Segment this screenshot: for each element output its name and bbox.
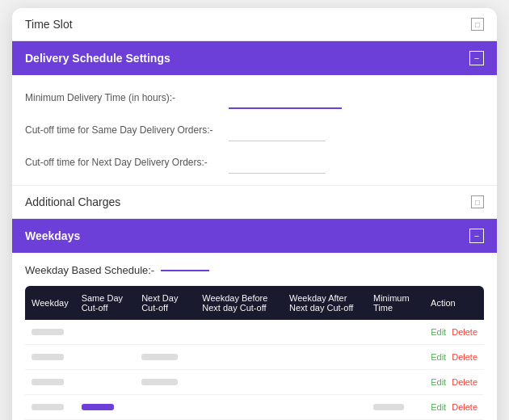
cell-same-day	[75, 395, 135, 420]
edit-button[interactable]: Edit	[431, 377, 446, 387]
table-row: Edit Delete	[25, 395, 484, 420]
delivery-schedule-body: Minimum Delivery Time (in hours):- Cut-o…	[12, 75, 497, 186]
min-delivery-label: Minimum Delivery Time (in hours):-	[25, 92, 219, 103]
delete-button[interactable]: Delete	[452, 402, 477, 412]
cell-weekday	[25, 370, 75, 395]
cell-next-day	[135, 370, 196, 395]
edit-button[interactable]: Edit	[431, 402, 446, 412]
same-day-cutoff-input[interactable]	[229, 119, 326, 141]
weekday-schedule-label-row: Weekday Based Schedule:-	[25, 264, 484, 276]
col-before-next-day: Weekday Before Next day Cut-off	[196, 286, 283, 320]
cell-before-next-day	[196, 320, 283, 345]
additional-charges-label: Additional Charges	[25, 195, 120, 208]
col-action: Action	[424, 286, 484, 320]
time-slot-expand-icon[interactable]: □	[471, 18, 484, 31]
cell-weekday	[25, 395, 75, 420]
table-row: Edit Delete	[25, 370, 484, 395]
col-min-time: Minimum Time	[367, 286, 424, 320]
same-day-cutoff-row: Cut-off time for Same Day Delivery Order…	[25, 119, 484, 141]
delivery-schedule-header[interactable]: Delivery Schedule Settings −	[12, 41, 497, 75]
same-day-cutoff-label: Cut-off time for Same Day Delivery Order…	[25, 124, 219, 136]
cell-next-day	[135, 345, 196, 370]
main-card: Time Slot □ Delivery Schedule Settings −…	[12, 8, 497, 420]
delivery-schedule-toggle-icon[interactable]: −	[469, 51, 484, 65]
additional-charges-expand-icon[interactable]: □	[471, 195, 484, 208]
table-header-row: Weekday Same Day Cut-off Next Day Cut-of…	[25, 286, 484, 320]
cell-next-day	[135, 395, 196, 420]
delete-button[interactable]: Delete	[452, 327, 477, 337]
col-same-day: Same Day Cut-off	[75, 286, 135, 320]
weekday-schedule-underline	[161, 270, 209, 271]
cell-next-day	[135, 320, 196, 345]
delivery-schedule-title: Delivery Schedule Settings	[25, 52, 170, 65]
weekdays-header[interactable]: Weekdays −	[12, 219, 497, 253]
cell-after-next-day	[283, 395, 367, 420]
col-weekday: Weekday	[25, 286, 75, 320]
edit-button[interactable]: Edit	[431, 352, 446, 362]
cell-before-next-day	[196, 370, 283, 395]
cell-action: Edit Delete	[424, 395, 484, 420]
next-day-cutoff-label: Cut-off time for Next Day Delivery Order…	[25, 157, 219, 168]
weekdays-toggle-icon[interactable]: −	[469, 229, 484, 243]
cell-action: Edit Delete	[424, 370, 484, 395]
cell-same-day	[75, 320, 135, 345]
weekdays-title: Weekdays	[25, 229, 80, 242]
cell-same-day	[75, 345, 135, 370]
next-day-cutoff-row: Cut-off time for Next Day Delivery Order…	[25, 151, 484, 174]
table-row: Edit Delete	[25, 345, 484, 370]
col-after-next-day: Weekday After Next day Cut-off	[283, 286, 367, 320]
min-delivery-row: Minimum Delivery Time (in hours):-	[25, 86, 484, 109]
weekdays-body: Weekday Based Schedule:- Weekday Same Da…	[12, 253, 497, 420]
cell-after-next-day	[283, 345, 367, 370]
cell-weekday	[25, 320, 75, 345]
cell-action: Edit Delete	[424, 320, 484, 345]
time-slot-label: Time Slot	[25, 18, 73, 31]
cell-min-time	[367, 345, 424, 370]
table-row: Edit Delete	[25, 320, 484, 345]
cell-min-time	[367, 320, 424, 345]
cell-same-day	[75, 370, 135, 395]
next-day-cutoff-input[interactable]	[229, 151, 326, 174]
cell-before-next-day	[196, 345, 283, 370]
min-delivery-input[interactable]	[229, 86, 342, 109]
col-next-day: Next Day Cut-off	[135, 286, 196, 320]
cell-before-next-day	[196, 395, 283, 420]
time-slot-section: Time Slot □	[12, 8, 497, 41]
additional-charges-section: Additional Charges □	[12, 186, 497, 219]
delete-button[interactable]: Delete	[452, 352, 477, 362]
edit-button[interactable]: Edit	[431, 327, 446, 337]
cell-weekday	[25, 345, 75, 370]
cell-min-time	[367, 395, 424, 420]
cell-min-time	[367, 370, 424, 395]
weekday-table: Weekday Same Day Cut-off Next Day Cut-of…	[25, 286, 484, 420]
cell-after-next-day	[283, 370, 367, 395]
delete-button[interactable]: Delete	[452, 377, 477, 387]
weekday-table-wrapper: Weekday Same Day Cut-off Next Day Cut-of…	[25, 286, 484, 420]
cell-action: Edit Delete	[424, 345, 484, 370]
weekday-schedule-label: Weekday Based Schedule:-	[25, 264, 154, 276]
cell-after-next-day	[283, 320, 367, 345]
